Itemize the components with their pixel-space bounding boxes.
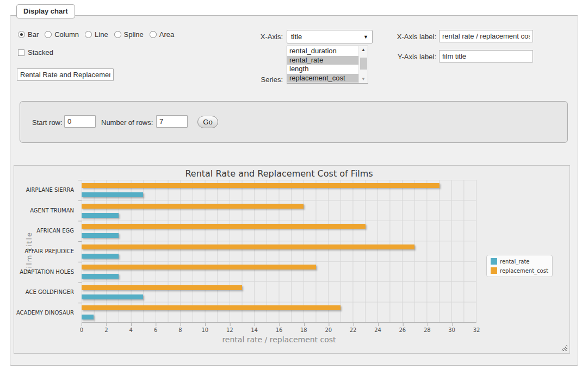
y-axis-text-label: Y-Axis label:	[388, 53, 436, 61]
fieldset-legend: Display chart	[16, 4, 75, 18]
chart-title: Rental Rate and Replacement Cost of Film…	[82, 168, 476, 179]
category-label: AGENT TRUMAN	[14, 200, 78, 221]
chart-container: Rental Rate and Replacement Cost of Film…	[14, 165, 570, 354]
scroll-up-icon[interactable]: ▲	[359, 46, 368, 54]
legend-swatch	[491, 267, 497, 274]
x-tick-label: 14	[251, 327, 258, 333]
radio-line[interactable]: Line	[85, 30, 108, 39]
bar-rental_rate	[82, 233, 119, 238]
bar-replacement_cost	[82, 183, 440, 188]
x-axis-ticks	[82, 323, 477, 326]
bar-rental_rate	[82, 274, 119, 279]
scrollbar-thumb[interactable]	[360, 58, 367, 70]
radio-label: Column	[54, 30, 79, 39]
bar-replacement_cost	[82, 244, 414, 249]
x-axis-label-input[interactable]	[439, 30, 533, 42]
x-axis-label: X-Axis:	[238, 33, 283, 41]
x-tick-label: 22	[350, 327, 357, 333]
series-label: Series:	[238, 76, 283, 84]
x-tick-label: 30	[448, 327, 455, 333]
category-label: AIRPLANE SIERRA	[14, 180, 78, 200]
category-label: ADAPTATION HOLES	[14, 261, 78, 282]
x-tick-label: 0	[80, 327, 83, 333]
chart-legend: rental_ratereplacement_cost	[486, 255, 553, 277]
stacked-checkbox[interactable]	[18, 49, 24, 56]
bar-replacement_cost	[82, 285, 242, 290]
x-tick-label: 6	[154, 327, 157, 333]
radio-circle[interactable]	[45, 31, 52, 38]
radio-circle[interactable]	[114, 31, 121, 38]
radio-bar[interactable]: Bar	[18, 30, 39, 39]
bar-replacement_cost	[82, 265, 316, 269]
x-tick-label: 26	[399, 327, 406, 333]
legend-swatch	[491, 258, 497, 265]
category-label: AFRICAN EGG	[14, 221, 78, 241]
radio-label: Bar	[28, 30, 39, 39]
legend-label: replacement_cost	[500, 268, 548, 274]
radio-circle[interactable]	[18, 31, 25, 38]
num-rows-input[interactable]	[156, 115, 188, 128]
x-axis-title: rental rate / replacement cost	[82, 335, 476, 344]
bar-rental_rate	[82, 294, 143, 299]
x-tick-labels: 02468101214161820222426283032	[82, 327, 476, 334]
x-tick-label: 20	[325, 327, 332, 333]
category-labels: AIRPLANE SIERRAAGENT TRUMANAFRICAN EGGAF…	[14, 180, 78, 323]
radio-label: Area	[159, 30, 174, 39]
stacked-label: Stacked	[28, 48, 53, 57]
series-option-rental_rate[interactable]: rental_rate	[287, 56, 358, 65]
stacked-checkbox-row[interactable]: Stacked	[18, 48, 53, 57]
x-axis-selected-value: title	[291, 33, 302, 41]
bar-rental_rate	[82, 254, 119, 259]
bar-rental_rate	[82, 315, 94, 319]
radio-label: Spline	[124, 30, 144, 39]
radio-column[interactable]: Column	[45, 30, 79, 39]
bar-replacement_cost	[82, 305, 341, 310]
x-axis-text-label: X-Axis label:	[388, 33, 436, 41]
radio-circle[interactable]	[85, 31, 92, 38]
category-label: AFFAIR PREJUDICE	[14, 241, 78, 262]
series-listbox[interactable]: rental_durationrental_ratelengthreplacem…	[287, 46, 368, 84]
category-label: ACADEMY DINOSAUR	[14, 302, 78, 323]
x-tick-label: 18	[300, 327, 307, 333]
radio-label: Line	[95, 30, 108, 39]
y-axis-label-input[interactable]	[439, 50, 533, 62]
radio-circle[interactable]	[150, 31, 157, 38]
bar-replacement_cost	[82, 204, 304, 209]
x-tick-label: 12	[226, 327, 233, 333]
x-tick-label: 8	[178, 327, 182, 333]
bar-rental_rate	[82, 213, 119, 218]
bar-replacement_cost	[82, 224, 366, 229]
radio-area[interactable]: Area	[150, 30, 174, 39]
scroll-down-icon[interactable]: ▼	[359, 76, 368, 83]
legend-item-replacement_cost[interactable]: replacement_cost	[491, 267, 548, 274]
plot-area	[82, 180, 476, 323]
x-tick-label: 24	[374, 327, 381, 333]
x-tick-label: 16	[276, 327, 283, 333]
row-controls-panel: Start row: Number of rows: Go	[20, 101, 568, 143]
legend-label: rental_rate	[500, 259, 530, 265]
series-options: rental_durationrental_ratelengthreplacem…	[287, 46, 358, 83]
chart-title-input[interactable]	[17, 68, 114, 81]
series-scrollbar[interactable]: ▲ ▼	[358, 46, 368, 83]
bar-rental_rate	[82, 192, 143, 197]
legend-item-rental_rate[interactable]: rental_rate	[491, 258, 548, 265]
x-tick-label: 10	[202, 327, 209, 333]
x-tick-label: 2	[104, 327, 108, 333]
start-row-label: Start row:	[32, 118, 63, 127]
resize-handle-icon[interactable]	[561, 344, 567, 351]
series-option-length[interactable]: length	[287, 65, 358, 74]
series-option-rental_duration[interactable]: rental_duration	[287, 47, 358, 56]
start-row-input[interactable]	[64, 115, 96, 128]
x-tick-label: 28	[424, 327, 431, 333]
series-option-replacement_cost[interactable]: replacement_cost	[287, 74, 358, 83]
x-axis-select[interactable]: title ▼	[287, 30, 373, 43]
x-tick-label: 4	[129, 327, 133, 333]
category-label: ACE GOLDFINGER	[14, 282, 78, 303]
go-button[interactable]: Go	[197, 116, 218, 128]
num-rows-label: Number of rows:	[101, 118, 153, 127]
chevron-down-icon: ▼	[363, 34, 368, 40]
x-tick-label: 32	[473, 327, 480, 333]
chart-type-radios: BarColumnLineSplineArea	[18, 30, 174, 39]
radio-spline[interactable]: Spline	[114, 30, 144, 39]
